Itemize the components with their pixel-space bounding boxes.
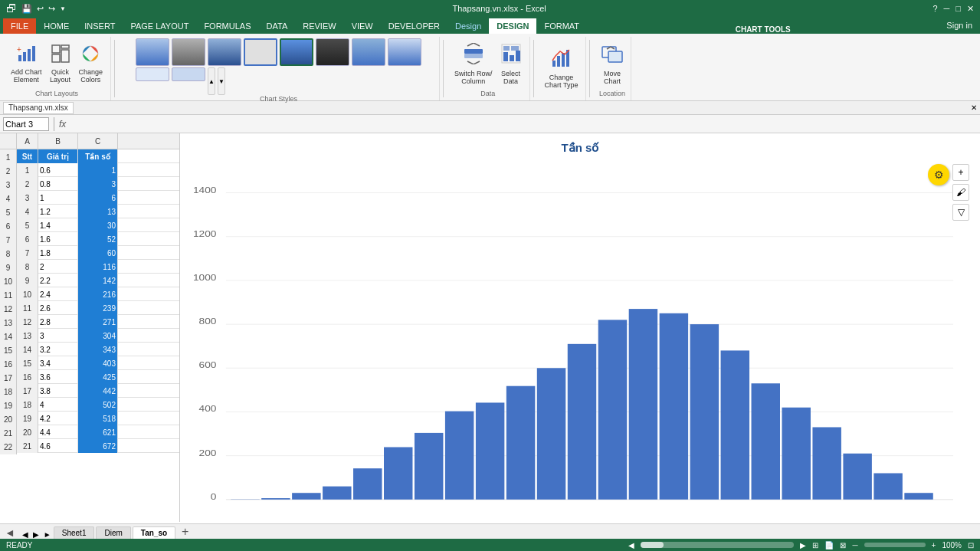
cell-b-22[interactable]: 4.6 (38, 439, 78, 453)
cell-b-15[interactable]: 3.2 (38, 343, 78, 356)
cell-b-8[interactable]: 1.8 (38, 246, 78, 260)
cell-b-21[interactable]: 4.4 (38, 425, 78, 439)
scroll-right-btn[interactable]: ▶ (800, 541, 806, 549)
cell-c-8[interactable]: 60 (78, 246, 118, 260)
table-row[interactable]: 761.652 (0, 232, 179, 246)
cell-b-10[interactable]: 2.2 (38, 274, 78, 287)
tab-format[interactable]: FORMAT (536, 18, 587, 34)
bar-1[interactable] (261, 498, 290, 500)
view-normal-btn[interactable]: ⊞ (812, 541, 818, 549)
cell-c-16[interactable]: 403 (78, 356, 118, 370)
cell-c-9[interactable]: 116 (78, 260, 118, 274)
bar-15[interactable] (690, 324, 719, 500)
cell-a-12[interactable]: 11 (17, 301, 38, 315)
cell-c-5[interactable]: 13 (78, 205, 118, 218)
nav-sheet-left[interactable]: ◀ (20, 530, 31, 539)
cell-b-13[interactable]: 2.8 (38, 315, 78, 329)
bar-7[interactable] (445, 412, 474, 500)
cell-a-22[interactable]: 21 (17, 439, 38, 453)
chart-style-6[interactable] (316, 38, 349, 66)
table-row[interactable]: 982116 (0, 260, 179, 274)
tab-tan-so[interactable]: Tan_so (133, 526, 175, 539)
bar-19[interactable] (812, 427, 841, 499)
chart-style-5[interactable] (280, 38, 313, 66)
cell-b-18[interactable]: 3.8 (38, 384, 78, 398)
cell-c-10[interactable]: 142 (78, 274, 118, 287)
tab-design[interactable]: DESIGN (489, 18, 536, 34)
cell-a-14[interactable]: 13 (17, 329, 38, 343)
bar-10[interactable] (537, 368, 565, 500)
tab-diem[interactable]: Diem (96, 526, 130, 539)
cell-c-3[interactable]: 3 (78, 177, 118, 191)
cell-c-11[interactable]: 216 (78, 287, 118, 301)
chart-style-9[interactable] (136, 67, 169, 81)
table-row[interactable]: 651.430 (0, 218, 179, 232)
bar-12[interactable] (598, 320, 627, 499)
table-row[interactable]: 4316 (0, 191, 179, 205)
cell-a-9[interactable]: 8 (17, 260, 38, 274)
tab-data[interactable]: DATA (259, 18, 296, 34)
cell-c-4[interactable]: 6 (78, 191, 118, 205)
table-row[interactable]: 16153.4403 (0, 356, 179, 370)
expand-btn[interactable]: ⊡ (968, 541, 974, 549)
cell-a-18[interactable]: 17 (17, 384, 38, 398)
zoom-minus[interactable]: ─ (852, 541, 857, 549)
table-row[interactable]: 11102.4216 (0, 287, 179, 301)
bar-20[interactable] (843, 454, 871, 500)
chart-style-4[interactable] (244, 38, 277, 66)
table-row[interactable]: 12112.6239 (0, 301, 179, 315)
cell-a-6[interactable]: 5 (17, 218, 38, 232)
cell-b-6[interactable]: 1.4 (38, 218, 78, 232)
add-sheet-btn[interactable]: ◄ (0, 526, 20, 539)
cell-b-3[interactable]: 0.8 (38, 177, 78, 191)
cell-a-4[interactable]: 3 (17, 191, 38, 205)
cell-a-16[interactable]: 15 (17, 356, 38, 370)
select-data-btn[interactable]: SelectData (497, 41, 525, 87)
chart-style-7[interactable] (352, 38, 385, 66)
chart-style-2[interactable] (172, 38, 205, 66)
table-row[interactable]: 21204.4621 (0, 425, 179, 439)
cell-b-5[interactable]: 1.2 (38, 205, 78, 218)
table-row[interactable]: 541.213 (0, 205, 179, 218)
cell-a-19[interactable]: 18 (17, 398, 38, 412)
bar-9[interactable] (506, 386, 535, 500)
tab-sheet1[interactable]: Sheet1 (54, 526, 95, 539)
cell-c-17[interactable]: 425 (78, 370, 118, 384)
scroll-left-btn[interactable]: ◀ (628, 541, 634, 549)
change-chart-type-btn[interactable]: ChangeChart Type (542, 45, 582, 91)
chart-style-10[interactable] (172, 67, 205, 81)
scroll-bar[interactable] (641, 542, 794, 548)
add-chart-element-btn[interactable]: + Add ChartElement (8, 41, 45, 87)
cell-a-10[interactable]: 9 (17, 274, 38, 287)
cell-c-21[interactable]: 621 (78, 425, 118, 439)
nav-sheet-right[interactable]: ▶ (31, 530, 41, 539)
tab-review[interactable]: REVIEW (295, 18, 343, 34)
view-preview-btn[interactable]: ⊠ (840, 541, 846, 549)
close-workbook-btn[interactable]: ✕ (971, 103, 977, 112)
bar-13[interactable] (629, 309, 657, 500)
tab-page-layout[interactable]: PAGE LAYOUT (123, 18, 196, 34)
tab-insert[interactable]: INSERT (77, 18, 123, 34)
cell-c-22[interactable]: 672 (78, 439, 118, 453)
table-row[interactable]: 1SttGiá trịTần số (0, 149, 179, 163)
cell-c-13[interactable]: 271 (78, 315, 118, 329)
table-row[interactable]: 15143.2343 (0, 343, 179, 356)
cell-a-20[interactable]: 19 (17, 412, 38, 425)
cell-b-14[interactable]: 3 (38, 329, 78, 343)
restore-btn[interactable]: □ (955, 4, 961, 14)
cell-b-20[interactable]: 4.2 (38, 412, 78, 425)
cell-b-19[interactable]: 4 (38, 398, 78, 412)
zoom-slider[interactable] (864, 543, 926, 547)
tab-file[interactable]: FILE (3, 18, 36, 34)
name-box[interactable] (3, 117, 49, 131)
cell-b-17[interactable]: 3.6 (38, 370, 78, 384)
table-row[interactable]: 22214.6672 (0, 439, 179, 453)
close-btn[interactable]: ✕ (967, 4, 974, 14)
bar-18[interactable] (782, 408, 810, 500)
cell-a-3[interactable]: 2 (17, 177, 38, 191)
tab-view[interactable]: VIEW (344, 18, 381, 34)
cell-a-13[interactable]: 12 (17, 315, 38, 329)
cell-b-11[interactable]: 2.4 (38, 287, 78, 301)
cell-b-1[interactable]: Giá trị (38, 149, 78, 163)
tab-home[interactable]: HOME (36, 18, 77, 34)
